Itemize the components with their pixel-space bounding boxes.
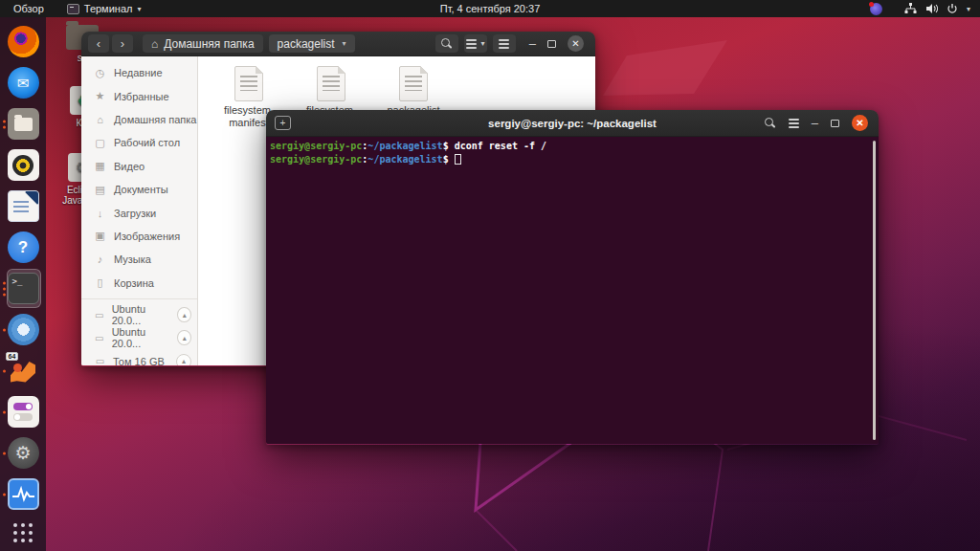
activities-button[interactable]: Обзор bbox=[0, 0, 57, 17]
terminal-titlebar[interactable]: + sergiy@sergiy-pc: ~/packagelist – ✕ bbox=[266, 110, 879, 137]
terminal-mini-icon bbox=[67, 4, 79, 14]
files-icon bbox=[8, 108, 39, 140]
show-applications-button[interactable] bbox=[13, 523, 33, 542]
dock-item-rhythmbox[interactable] bbox=[2, 144, 44, 186]
eject-button[interactable]: ▴ bbox=[177, 307, 191, 322]
dock-item-firefox[interactable] bbox=[2, 21, 44, 62]
status-app-icon[interactable] bbox=[870, 3, 882, 15]
device-label: Ubuntu 20.0... bbox=[112, 326, 171, 349]
breadcrumb: ⌂ Домашняя папка packagelist ▾ bbox=[143, 34, 355, 53]
recent-icon: ◷ bbox=[94, 67, 106, 79]
sidebar-item-label: Недавние bbox=[114, 67, 163, 78]
search-icon bbox=[440, 37, 453, 50]
dock-item-chromium[interactable] bbox=[2, 309, 44, 350]
dock-item-app-64[interactable]: 64 bbox=[2, 350, 44, 391]
system-indicators[interactable]: ▾ bbox=[870, 0, 980, 17]
sidebar-device-1[interactable]: ▭Ubuntu 20.0...▴ bbox=[81, 326, 197, 349]
sidebar-device-2[interactable]: ▭Том 16 GB▴ bbox=[81, 350, 197, 365]
terminal-line: sergiy@sergiy-pc:~/packagelist$ bbox=[270, 153, 869, 166]
tweaks-icon bbox=[8, 396, 39, 428]
sidebar-item-label: Изображения bbox=[114, 231, 180, 242]
terminal-cursor bbox=[455, 154, 461, 165]
files-titlebar[interactable]: ‹ › ⌂ Домашняя папка packagelist ▾ ▾ – bbox=[81, 32, 595, 56]
new-tab-icon[interactable]: + bbox=[275, 116, 291, 130]
terminal-title: sergiy@sergiy-pc: ~/packagelist bbox=[488, 118, 657, 129]
command-text: dconf reset -f / bbox=[449, 141, 546, 151]
maximize-button[interactable] bbox=[547, 40, 556, 48]
menu-button[interactable] bbox=[493, 34, 516, 53]
hamburger-icon[interactable] bbox=[789, 122, 799, 124]
device-label: Ubuntu 20.0... bbox=[112, 303, 171, 326]
minimize-button[interactable]: – bbox=[812, 116, 818, 130]
terminal-output[interactable]: sergiy@sergiy-pc:~/packagelist$ dconf re… bbox=[266, 137, 879, 444]
sidebar-item-label: Домашняя папка bbox=[114, 114, 196, 125]
sidebar-item-music[interactable]: ♪Музыка bbox=[81, 248, 197, 271]
sidebar-item-images[interactable]: ▣Изображения bbox=[81, 225, 197, 248]
eject-button[interactable]: ▴ bbox=[177, 330, 191, 345]
app-64-icon: 64 bbox=[8, 355, 39, 386]
close-button[interactable]: ✕ bbox=[852, 115, 868, 131]
help-icon: ? bbox=[8, 231, 39, 263]
chromium-icon bbox=[8, 314, 39, 345]
dock-item-thunderbird[interactable]: ✉ bbox=[2, 62, 44, 103]
sidebar-item-downloads[interactable]: ↓Загрузки bbox=[81, 201, 197, 224]
dock-item-help[interactable]: ? bbox=[2, 227, 44, 268]
downloads-icon: ↓ bbox=[94, 208, 106, 219]
breadcrumb-current[interactable]: packagelist ▾ bbox=[269, 34, 355, 53]
dock-item-terminal[interactable]: >_ bbox=[2, 268, 44, 309]
running-indicator-dots bbox=[3, 410, 6, 413]
music-icon: ♪ bbox=[94, 253, 106, 265]
documents-icon: ▤ bbox=[94, 184, 106, 196]
sidebar-item-documents[interactable]: ▤Документы bbox=[81, 178, 197, 201]
sidebar-item-trash[interactable]: ▯Корзина bbox=[81, 272, 197, 295]
desktop-icon: ▢ bbox=[94, 137, 106, 149]
terminal-line: sergiy@sergiy-pc:~/packagelist$ dconf re… bbox=[270, 140, 869, 153]
eject-button[interactable]: ▴ bbox=[176, 354, 191, 365]
maximize-button[interactable] bbox=[831, 120, 839, 127]
running-indicator-dots bbox=[3, 493, 6, 496]
sidebar-item-label: Музыка bbox=[114, 253, 151, 265]
sidebar-item-home[interactable]: ⌂Домашняя папка bbox=[81, 108, 197, 131]
breadcrumb-current-label: packagelist bbox=[278, 37, 335, 51]
dock-item-settings[interactable]: ⚙ bbox=[2, 432, 44, 474]
video-icon: ▦ bbox=[94, 160, 106, 172]
sidebar-item-label: Корзина bbox=[114, 277, 154, 289]
volume-icon bbox=[925, 3, 938, 14]
home-icon: ⌂ bbox=[151, 37, 158, 51]
sidebar-item-desktop[interactable]: ▢Рабочий стол bbox=[81, 131, 197, 154]
sidebar-item-recent[interactable]: ◷Недавние bbox=[81, 61, 197, 84]
prompt-path: ~/packagelist bbox=[368, 141, 442, 151]
rhythmbox-icon bbox=[8, 149, 39, 181]
sidebar-item-label: Загрузки bbox=[114, 208, 156, 219]
home-icon: ⌂ bbox=[94, 114, 106, 125]
clock[interactable]: Пт, 4 сентября 20:37 bbox=[440, 0, 541, 17]
dock-item-files[interactable] bbox=[2, 103, 44, 144]
running-indicator-dots bbox=[3, 369, 6, 372]
images-icon: ▣ bbox=[94, 230, 106, 242]
sidebar-item-video[interactable]: ▦Видео bbox=[81, 155, 197, 178]
search-button[interactable] bbox=[435, 34, 458, 53]
sidebar-item-star[interactable]: ★Избранные bbox=[81, 84, 197, 107]
badge-64: 64 bbox=[6, 352, 19, 361]
back-button[interactable]: ‹ bbox=[88, 34, 109, 53]
device-label: Том 16 GB bbox=[113, 356, 165, 365]
sidebar-devices: ▭Ubuntu 20.0...▴▭Ubuntu 20.0...▴▭Том 16 … bbox=[81, 298, 197, 365]
dock-item-system-monitor[interactable] bbox=[2, 474, 44, 515]
breadcrumb-home[interactable]: ⌂ Домашняя папка bbox=[143, 34, 263, 53]
sidebar-device-0[interactable]: ▭Ubuntu 20.0...▴ bbox=[81, 303, 197, 326]
view-toggle-button[interactable]: ▾ bbox=[464, 34, 487, 53]
firefox-icon bbox=[8, 26, 39, 57]
search-icon[interactable] bbox=[764, 117, 776, 129]
minimize-button[interactable]: – bbox=[529, 36, 536, 51]
sidebar-item-label: Документы bbox=[114, 184, 168, 195]
terminal-scrollbar[interactable] bbox=[873, 141, 876, 440]
chevron-down-icon: ▾ bbox=[343, 39, 346, 48]
forward-button[interactable]: › bbox=[112, 34, 133, 53]
dock-item-tweaks[interactable] bbox=[2, 391, 44, 432]
app-menu[interactable]: Терминал ▾ bbox=[57, 0, 151, 17]
prompt-path: ~/packagelist bbox=[368, 154, 442, 165]
running-indicator-dots bbox=[3, 328, 6, 331]
sidebar-item-label: Избранные bbox=[114, 91, 169, 102]
dock-item-libreoffice-writer[interactable] bbox=[2, 186, 44, 227]
close-button[interactable]: ✕ bbox=[568, 35, 584, 52]
